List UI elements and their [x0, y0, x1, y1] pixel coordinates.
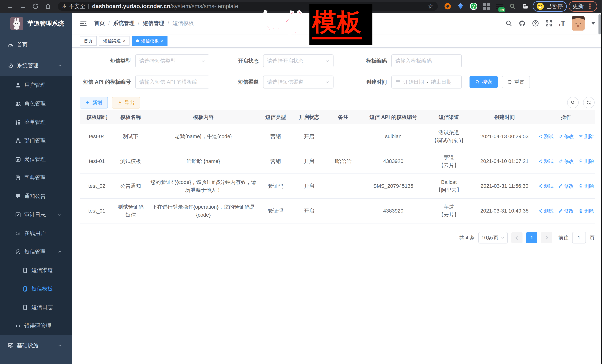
extension-list-icon[interactable]: on	[496, 2, 504, 10]
security-label: 不安全	[69, 3, 86, 10]
table-row: test_02公告通知您的验证码{code}，该验证码5分钟内有效，请勿泄漏于他…	[80, 174, 595, 198]
breadcrumb-item[interactable]: 首页	[94, 20, 105, 27]
channel-name: Ballcat	[428, 178, 470, 186]
edit-link[interactable]: 修改	[559, 207, 574, 215]
sidebar-item[interactable]: 系统管理	[0, 55, 72, 76]
extension-gem-icon[interactable]	[457, 2, 464, 10]
sidebar-item[interactable]: 短信管理	[0, 242, 72, 261]
sidebar-item[interactable]: 短信模板	[0, 280, 72, 298]
sidebar-item[interactable]: 在线用户	[0, 224, 72, 242]
browser-reload-icon[interactable]	[30, 3, 41, 10]
sms-type-select[interactable]: 请选择短信类型	[135, 54, 209, 67]
browser-menu-icon[interactable]: ⋮	[587, 3, 593, 10]
channel-select[interactable]: 请选择短信渠道	[263, 75, 333, 89]
reset-button[interactable]: 重置	[502, 76, 530, 88]
shield-check-icon	[15, 249, 21, 255]
delete-link[interactable]: 删除	[579, 182, 594, 190]
github-icon[interactable]	[519, 20, 526, 27]
tab[interactable]: 短信渠道×	[99, 36, 129, 46]
table-cell-name: 测试下	[114, 124, 147, 149]
avatar-caret-icon[interactable]	[591, 22, 595, 25]
test-link[interactable]: 测试	[538, 182, 554, 190]
sidebar-item[interactable]: 短信渠道	[0, 261, 72, 280]
extension-orange-icon[interactable]	[444, 2, 452, 10]
breadcrumb-item[interactable]: 系统管理	[113, 20, 135, 27]
sidebar-item[interactable]: 审计日志	[0, 206, 72, 224]
table-cell-channel: 芋道【云片】	[426, 198, 472, 223]
pencil-icon	[559, 134, 563, 139]
scrollbar-thumb[interactable]	[599, 14, 601, 34]
search-button[interactable]: 搜索	[470, 76, 498, 88]
browser-back-icon[interactable]: ←	[5, 2, 16, 10]
edit-link[interactable]: 修改	[559, 157, 574, 165]
delete-link[interactable]: 删除	[579, 207, 594, 215]
edit-link[interactable]: 修改	[559, 133, 574, 140]
channel-name: 芋道	[428, 203, 470, 211]
extension-puzzle-icon[interactable]	[522, 2, 529, 10]
user-avatar[interactable]	[572, 16, 585, 31]
test-link[interactable]: 测试	[538, 207, 554, 215]
sidebar-item[interactable]: 字典管理	[0, 168, 72, 187]
help-icon[interactable]	[532, 20, 539, 27]
sidebar-item[interactable]: 短信日志	[0, 298, 72, 317]
extension-y-icon[interactable]: y	[470, 2, 477, 10]
browser-forward-icon[interactable]: →	[17, 2, 28, 10]
browser-home-icon[interactable]	[43, 3, 53, 10]
edit-link[interactable]: 修改	[559, 182, 574, 190]
page-number-button[interactable]: 1	[526, 232, 537, 243]
address-bar[interactable]: ⚠ 不安全 dashboard.yudao.iocoder.cn /system…	[58, 2, 438, 11]
logo-row[interactable]: 芋道管理系统	[0, 13, 72, 34]
fullscreen-icon[interactable]	[545, 20, 552, 27]
breadcrumb: 首页/系统管理/短信管理/短信模板	[94, 20, 194, 27]
breadcrumb-item[interactable]: 短信管理	[143, 20, 164, 27]
export-button[interactable]: 导出	[112, 97, 140, 108]
user-icon	[15, 82, 21, 88]
tab[interactable]: 短信模板×	[132, 36, 168, 46]
sidebar-item[interactable]: 基础设施	[0, 335, 72, 356]
sidebar-item[interactable]: 通知公告	[0, 187, 72, 206]
sidebar-item[interactable]: 错误码管理	[0, 317, 72, 335]
create-time-label: 创建时间	[333, 79, 391, 85]
add-button[interactable]: 新增	[80, 97, 108, 108]
sidebar-toggle-icon[interactable]	[80, 20, 87, 27]
create-time-range-picker[interactable]: 开始日期 - 结束日期	[391, 75, 462, 89]
refresh-table-icon[interactable]	[583, 97, 595, 108]
window-edge	[601, 13, 602, 364]
browser-profile-chip[interactable]: 已暂停	[533, 1, 567, 12]
filter-form: 短信类型 请选择短信类型 开启状态 请选择开启状态	[80, 48, 595, 89]
browser-update-chip[interactable]: 更新 ⋮	[569, 1, 597, 12]
hide-search-icon[interactable]	[567, 97, 579, 108]
search-icon[interactable]	[505, 20, 512, 27]
sidebar-item[interactable]: 角色管理	[0, 94, 72, 113]
sms-type-label: 短信类型	[80, 57, 135, 64]
api-template-id-input[interactable]: 请输入短信 API 的模板编	[135, 75, 209, 89]
sidebar-item[interactable]: 岗位管理	[0, 150, 72, 168]
delete-link[interactable]: 删除	[579, 133, 594, 140]
channel-label: 短信渠道	[209, 79, 263, 85]
next-page-button[interactable]	[541, 232, 552, 243]
status-select[interactable]: 请选择开启状态	[263, 54, 333, 67]
tab-close-icon[interactable]: ×	[161, 39, 163, 43]
bookmark-star-icon[interactable]: ☆	[428, 2, 434, 10]
sidebar-item[interactable]: 部门管理	[0, 131, 72, 150]
filter-channel: 短信渠道 请选择短信渠道	[209, 75, 333, 89]
page-size-select[interactable]: 10条/页	[478, 232, 508, 243]
sidebar-item[interactable]: 首页	[0, 34, 72, 55]
sidebar-item[interactable]: 用户管理	[0, 76, 72, 94]
goto-page-input[interactable]: 1	[572, 232, 586, 243]
delete-link[interactable]: 删除	[579, 157, 594, 165]
template-code-input[interactable]: 请输入模板编码	[391, 54, 462, 67]
tab-close-icon[interactable]: ×	[123, 39, 125, 43]
sidebar-item[interactable]: 菜单管理	[0, 113, 72, 131]
book-icon	[15, 175, 21, 181]
extension-lens-icon[interactable]	[509, 2, 516, 10]
tab[interactable]: 首页	[80, 36, 97, 46]
pagination: 共 4 条 10条/页 1 前往 1 页	[80, 232, 595, 243]
prev-page-button[interactable]	[511, 232, 523, 243]
channel-name: 测试渠道	[428, 128, 470, 136]
test-link[interactable]: 测试	[538, 133, 554, 140]
chevron-down-icon	[325, 80, 329, 84]
font-size-icon[interactable]: тT	[559, 20, 565, 27]
test-link[interactable]: 测试	[538, 157, 554, 165]
extension-grid-icon[interactable]	[483, 2, 490, 10]
